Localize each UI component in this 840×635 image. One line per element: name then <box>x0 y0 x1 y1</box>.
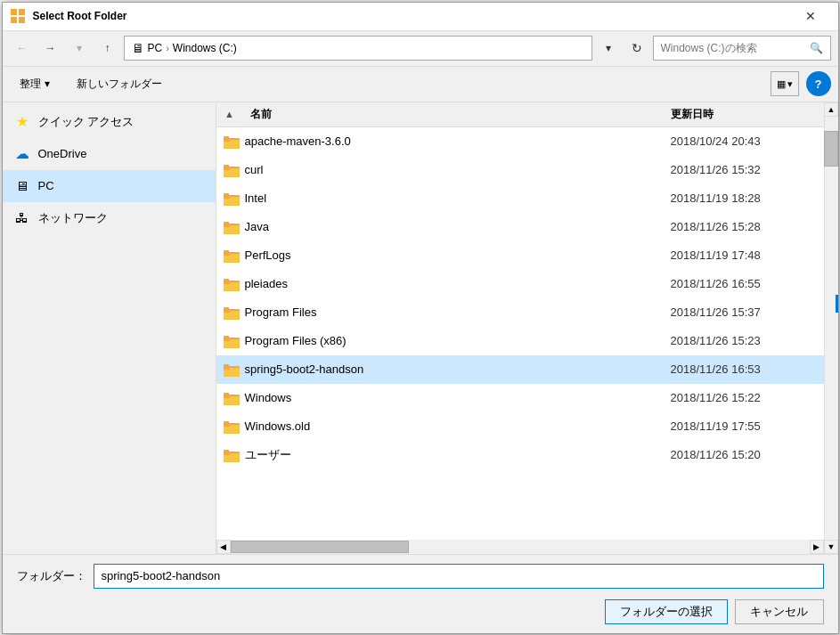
sidebar-item-network[interactable]: 🖧 ネットワーク <box>3 202 216 234</box>
file-row-date: 2018/11/19 17:48 <box>664 248 824 262</box>
table-row[interactable]: Java2018/11/26 15:28 <box>216 213 824 241</box>
organize-label: 整理 <box>20 77 41 92</box>
vscroll-thumb[interactable] <box>824 131 838 167</box>
svg-rect-7 <box>224 136 229 140</box>
address-path: PC › Windows (C:) <box>148 42 237 54</box>
file-row-name: PerfLogs <box>216 248 664 263</box>
table-row[interactable]: Windows2018/11/26 15:22 <box>216 384 824 412</box>
address-pc: PC <box>148 42 163 54</box>
hscroll-track[interactable] <box>231 540 810 554</box>
toolbar: 整理 ▾ 新しいフォルダー ▦ ▾ ? <box>3 67 838 102</box>
sidebar-label-pc: PC <box>38 179 54 192</box>
folder-svg <box>224 191 240 206</box>
refresh-button[interactable]: ↻ <box>624 36 649 61</box>
bottom-area: フォルダー： フォルダーの選択 キャンセル <box>3 554 838 633</box>
vscroll-up-arrow[interactable]: ▲ <box>824 102 838 117</box>
sidebar-label-onedrive: OneDrive <box>38 147 87 160</box>
svg-rect-0 <box>11 9 17 15</box>
svg-rect-27 <box>224 279 229 282</box>
svg-rect-23 <box>224 250 229 254</box>
svg-rect-19 <box>224 222 229 225</box>
file-name-text: Intel <box>245 191 267 205</box>
folder-icon <box>224 391 240 405</box>
file-row-date: 2018/11/26 15:22 <box>664 391 824 404</box>
sidebar-item-onedrive[interactable]: ☁ OneDrive <box>3 138 216 170</box>
hscroll-thumb[interactable] <box>231 541 409 553</box>
folder-svg <box>224 277 240 291</box>
sort-up-arrow[interactable]: ▲ <box>216 109 243 119</box>
col-date-header[interactable]: 更新日時 <box>664 107 824 122</box>
folder-icon <box>224 163 240 177</box>
up-button[interactable]: ↑ <box>95 36 120 61</box>
file-row-name: apache-maven-3.6.0 <box>216 134 664 149</box>
svg-rect-43 <box>224 393 229 396</box>
search-bar[interactable]: 🔍 <box>653 36 831 61</box>
address-bar[interactable]: 🖥 PC › Windows (C:) <box>124 36 592 61</box>
vscroll-down-arrow[interactable]: ▼ <box>824 540 838 554</box>
svg-rect-39 <box>224 364 229 368</box>
vscroll-selection-marker <box>836 295 838 313</box>
pc-icon: 🖥 <box>13 177 31 195</box>
sidebar-label-quick-access: クイック アクセス <box>38 114 135 130</box>
organize-button[interactable]: 整理 ▾ <box>10 71 60 96</box>
network-icon: 🖧 <box>13 209 31 227</box>
table-row[interactable]: curl2018/11/26 15:32 <box>216 156 824 184</box>
table-row[interactable]: PerfLogs2018/11/19 17:48 <box>216 241 824 270</box>
sidebar-item-quick-access[interactable]: ★ クイック アクセス <box>3 106 216 138</box>
svg-rect-2 <box>11 17 17 23</box>
vscroll-track[interactable] <box>824 117 838 540</box>
dropdown-nav-button[interactable]: ▾ <box>67 36 92 61</box>
new-folder-button[interactable]: 新しいフォルダー <box>67 71 172 96</box>
file-name-text: ユーザー <box>245 447 291 463</box>
sidebar-item-pc[interactable]: 🖥 PC <box>3 170 216 202</box>
file-name-text: apache-maven-3.6.0 <box>245 134 351 148</box>
table-row[interactable]: ユーザー2018/11/26 15:20 <box>216 441 824 469</box>
file-row-date: 2018/10/24 20:43 <box>664 134 824 148</box>
view-dropdown-icon: ▾ <box>787 78 793 90</box>
folder-icon <box>224 419 240 434</box>
svg-rect-31 <box>224 307 229 311</box>
close-button[interactable]: ✕ <box>790 2 831 30</box>
forward-button[interactable]: → <box>38 36 63 61</box>
select-folder-button[interactable]: フォルダーの選択 <box>605 599 728 624</box>
app-icon <box>10 8 26 24</box>
file-row-date: 2018/11/26 16:55 <box>664 277 824 290</box>
table-row[interactable]: Program Files2018/11/26 15:37 <box>216 298 824 327</box>
view-button[interactable]: ▦ ▾ <box>771 71 799 96</box>
sidebar: ★ クイック アクセス ☁ OneDrive 🖥 PC <box>3 102 216 554</box>
content-area: ★ クイック アクセス ☁ OneDrive 🖥 PC <box>3 102 838 554</box>
file-row-name: pleiades <box>216 277 664 291</box>
search-icon: 🔍 <box>810 42 823 54</box>
file-row-date: 2018/11/19 18:28 <box>664 191 824 205</box>
svg-rect-47 <box>224 421 229 425</box>
table-row[interactable]: Program Files (x86)2018/11/26 15:23 <box>216 327 824 355</box>
hscroll-right-arrow[interactable]: ▶ <box>810 540 824 554</box>
address-sep1: › <box>166 43 169 53</box>
file-row-name: Java <box>216 220 664 234</box>
folder-svg <box>224 220 240 234</box>
table-row[interactable]: Windows.old2018/11/19 17:55 <box>216 412 824 441</box>
table-row[interactable]: pleiades2018/11/26 16:55 <box>216 270 824 298</box>
table-row[interactable]: apache-maven-3.6.02018/10/24 20:43 <box>216 127 824 156</box>
address-dropdown-button[interactable]: ▾ <box>596 36 621 61</box>
folder-icon <box>224 334 240 348</box>
hscroll-left-arrow[interactable]: ◀ <box>216 540 231 554</box>
file-row-name: curl <box>216 163 664 177</box>
folder-label: フォルダー： <box>17 568 86 584</box>
svg-rect-51 <box>224 450 229 453</box>
cancel-button[interactable]: キャンセル <box>735 599 824 624</box>
hscroll-bar: ◀ ▶ <box>216 540 824 554</box>
file-name-text: pleiades <box>245 277 288 290</box>
table-row[interactable]: spring5-boot2-handson2018/11/26 16:53 <box>216 355 824 384</box>
search-input[interactable] <box>661 42 806 54</box>
folder-svg <box>224 391 240 405</box>
table-row[interactable]: Intel2018/11/19 18:28 <box>216 184 824 213</box>
file-name-text: Windows <box>245 391 292 404</box>
help-button[interactable]: ? <box>806 71 831 96</box>
file-row-date: 2018/11/26 15:28 <box>664 220 824 233</box>
folder-icon <box>224 277 240 291</box>
folder-input[interactable] <box>94 564 824 589</box>
col-name-header[interactable]: 名前 <box>243 107 664 122</box>
file-row-name: spring5-boot2-handson <box>216 362 664 377</box>
back-button[interactable]: ← <box>10 36 35 61</box>
